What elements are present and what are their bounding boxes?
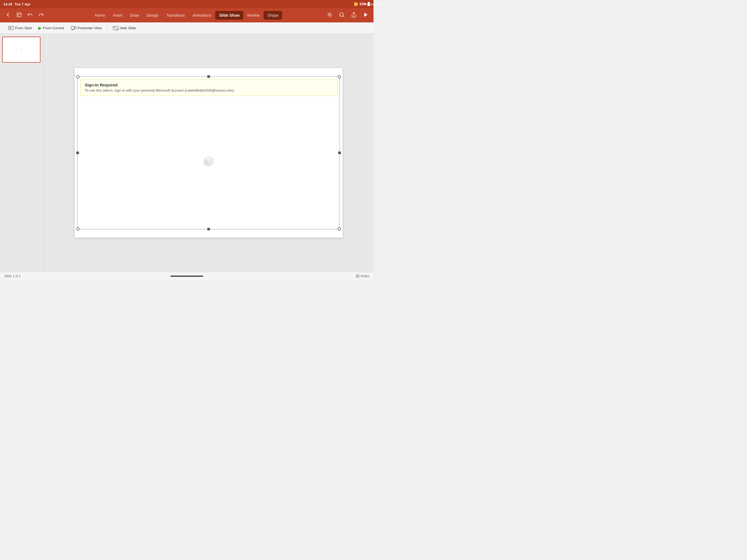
- svg-line-11: [343, 16, 344, 17]
- toolbar-right: [325, 10, 371, 21]
- tab-transitions[interactable]: Transitions: [162, 11, 189, 20]
- presenter-view-button[interactable]: Presenter View: [68, 25, 104, 32]
- handle-top-left: [76, 75, 80, 78]
- signin-description: To use this add-in, sign in with your pe…: [85, 88, 333, 93]
- tab-design[interactable]: Design: [143, 11, 163, 20]
- selection-overlay: [77, 76, 340, 229]
- tab-review[interactable]: Review: [243, 11, 264, 20]
- toolbar-nav: [3, 10, 46, 21]
- wifi-icon: 📶: [354, 2, 358, 6]
- cube-icon: [202, 154, 215, 167]
- hide-slide-icon: [113, 26, 119, 30]
- from-start-label: From Start: [15, 26, 32, 30]
- slide-center-logo: [202, 154, 215, 169]
- presenter-view-icon: [71, 26, 76, 30]
- handle-bottom-right: [338, 227, 341, 230]
- handle-top-right: [338, 75, 341, 78]
- hide-slide-button[interactable]: Hide Slide: [110, 25, 138, 32]
- share-button[interactable]: [349, 10, 359, 21]
- notes-button[interactable]: Notes: [356, 274, 369, 278]
- handle-bottom-middle: [207, 228, 210, 230]
- home-indicator: [170, 276, 203, 277]
- svg-line-22: [113, 26, 118, 30]
- main-toolbar: Home Insert Draw Design Transitions Anim…: [0, 8, 374, 22]
- date: Tue 7 Apr: [15, 2, 31, 6]
- back-button[interactable]: [3, 10, 13, 21]
- from-current-label: From Current: [43, 26, 64, 30]
- handle-middle-right: [338, 152, 341, 154]
- toolbar-divider: [107, 25, 107, 31]
- from-start-icon: [8, 26, 14, 30]
- from-current-button[interactable]: ▶ From Current: [35, 24, 67, 32]
- search-button[interactable]: [337, 10, 347, 21]
- slide-panel: 1: [0, 34, 44, 272]
- svg-point-3: [329, 14, 331, 16]
- slide-thumb-dot: [21, 49, 22, 50]
- slide-info: Slide 1 of 1: [4, 274, 21, 278]
- signin-banner: Sign-In Required To use this add-in, sig…: [80, 79, 337, 96]
- svg-marker-15: [10, 27, 11, 29]
- slide-canvas[interactable]: Sign-In Required To use this add-in, sig…: [75, 68, 343, 238]
- hide-slide-label: Hide Slide: [120, 26, 136, 30]
- bottom-bar: Slide 1 of 1 Notes: [0, 272, 374, 280]
- tab-shape[interactable]: Shape: [264, 11, 282, 20]
- status-bar: 14:42 Tue 7 Apr Presentation 📶 82% ▊: [0, 0, 374, 8]
- bottom-center: [170, 276, 203, 277]
- from-current-play-icon: ▶: [38, 25, 42, 31]
- tab-insert[interactable]: Insert: [109, 11, 126, 20]
- tab-draw[interactable]: Draw: [126, 11, 143, 20]
- undo-button[interactable]: [25, 10, 35, 21]
- presenter-view-label: Presenter View: [78, 26, 102, 30]
- lightbulb-button[interactable]: [325, 10, 335, 21]
- nav-tabs: Home Insert Draw Design Transitions Anim…: [49, 11, 325, 20]
- file-button[interactable]: [14, 10, 24, 21]
- status-left: 14:42 Tue 7 Apr: [3, 2, 31, 6]
- notes-icon: [356, 274, 360, 278]
- from-start-button[interactable]: From Start: [5, 25, 34, 32]
- svg-marker-13: [364, 12, 367, 17]
- slide-panel-item: 1: [2, 36, 41, 62]
- tab-home[interactable]: Home: [91, 11, 109, 20]
- handle-middle-left: [76, 152, 79, 154]
- sub-toolbar: From Start ▶ From Current Presenter View…: [0, 22, 374, 34]
- svg-rect-18: [75, 26, 76, 29]
- app-title: Presentation: [364, 2, 374, 6]
- signin-title: Sign-In Required: [85, 82, 333, 87]
- play-button[interactable]: [361, 10, 371, 21]
- tab-animations[interactable]: Animations: [189, 11, 215, 20]
- handle-bottom-left: [76, 227, 80, 230]
- svg-rect-0: [17, 12, 21, 17]
- slide-thumbnail-1[interactable]: [2, 36, 41, 62]
- notes-label: Notes: [361, 274, 369, 278]
- canvas-area: Sign-In Required To use this add-in, sig…: [44, 34, 374, 272]
- handle-top-middle: [207, 75, 210, 78]
- tab-slideshow[interactable]: Slide Show: [215, 11, 243, 20]
- svg-rect-17: [71, 26, 74, 29]
- slide-thumb-content: [3, 37, 40, 62]
- time: 14:42: [3, 2, 12, 6]
- redo-button[interactable]: [36, 10, 46, 21]
- main-content: 1 Sign-In Required: [0, 34, 374, 272]
